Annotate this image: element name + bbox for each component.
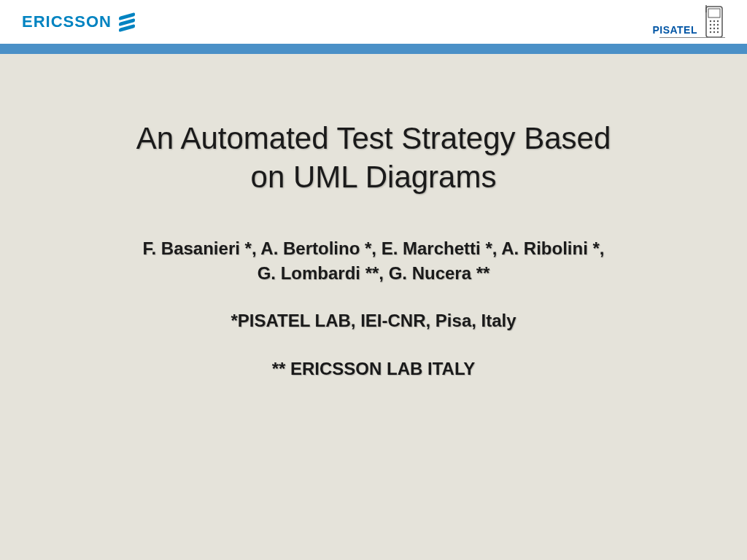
title-line-2: on UML Diagrams xyxy=(251,160,497,194)
svg-point-13 xyxy=(713,31,715,33)
phone-icon xyxy=(703,5,725,39)
svg-point-5 xyxy=(717,20,719,22)
ericsson-logo-text: ERICSSON xyxy=(22,12,112,31)
svg-point-8 xyxy=(717,24,719,26)
authors-line-1: F. Basanieri *, A. Bertolino *, E. March… xyxy=(143,238,605,258)
authors-line-2: G. Lombardi **, G. Nucera ** xyxy=(258,263,490,283)
svg-point-7 xyxy=(713,24,715,26)
svg-rect-1 xyxy=(708,9,720,18)
title-line-1: An Automated Test Strategy Based xyxy=(136,121,611,155)
header-divider-bar xyxy=(0,44,747,54)
slide-body: An Automated Test Strategy Based on UML … xyxy=(0,54,747,560)
svg-point-4 xyxy=(713,20,715,22)
pisatel-logo: PISATEL xyxy=(652,5,725,39)
svg-point-9 xyxy=(710,28,711,29)
svg-point-3 xyxy=(710,20,711,22)
pisatel-underline xyxy=(659,37,725,38)
authors-block: F. Basanieri *, A. Bertolino *, E. March… xyxy=(58,236,689,285)
svg-point-11 xyxy=(717,28,719,29)
ericsson-stripes-icon xyxy=(119,12,135,32)
ericsson-logo: ERICSSON xyxy=(22,12,135,31)
affiliation-2: ** ERICSSON LAB ITALY xyxy=(58,357,689,381)
svg-point-12 xyxy=(710,31,711,33)
svg-point-6 xyxy=(710,24,711,26)
slide-header: ERICSSON PISATEL xyxy=(0,0,747,44)
affiliation-1: *PISATEL LAB, IEI-CNR, Pisa, Italy xyxy=(58,308,689,333)
slide-title: An Automated Test Strategy Based on UML … xyxy=(58,120,689,196)
pisatel-logo-text: PISATEL xyxy=(652,24,697,39)
svg-point-10 xyxy=(713,28,715,29)
svg-point-14 xyxy=(717,31,719,33)
